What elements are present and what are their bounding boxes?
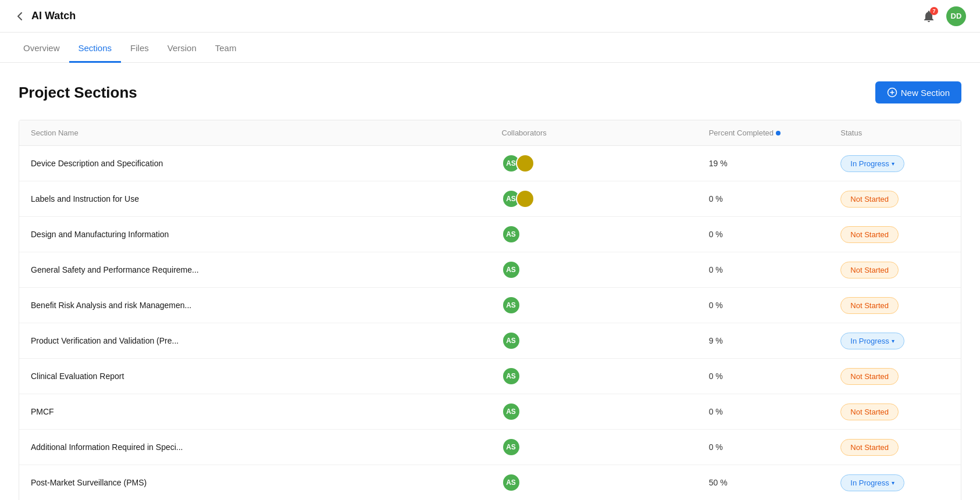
status-badge[interactable]: Not Started bbox=[840, 262, 899, 278]
col-header-collaborators: Collaborators bbox=[490, 120, 697, 146]
table-row[interactable]: Labels and Instruction for UseAS0 %Not S… bbox=[19, 181, 961, 217]
section-name: Product Verification and Validation (Pre… bbox=[31, 336, 179, 345]
percent-cell: 0 % bbox=[697, 252, 829, 288]
status-badge[interactable]: Not Started bbox=[840, 439, 899, 456]
percent-cell: 9 % bbox=[697, 323, 829, 359]
percent-cell: 0 % bbox=[697, 359, 829, 394]
chevron-down-icon: ▾ bbox=[892, 160, 895, 167]
page-header: Project Sections New Section bbox=[19, 81, 961, 103]
collaborators-cell: AS bbox=[502, 402, 686, 421]
percent-dot bbox=[776, 131, 781, 135]
collaborator-avatar bbox=[516, 190, 534, 208]
collaborators-cell: AS bbox=[502, 260, 686, 279]
col-header-status: Status bbox=[829, 120, 961, 146]
collaborator-avatar: AS bbox=[502, 331, 521, 350]
status-badge[interactable]: In Progress ▾ bbox=[840, 474, 904, 491]
table-row[interactable]: Additional Information Required in Speci… bbox=[19, 430, 961, 465]
tab-overview[interactable]: Overview bbox=[14, 33, 69, 63]
collaborators-cell: AS bbox=[502, 296, 686, 315]
section-name: Design and Manufacturing Information bbox=[31, 230, 169, 239]
status-badge[interactable]: Not Started bbox=[840, 226, 899, 243]
collaborator-avatar: AS bbox=[502, 438, 521, 456]
collaborators-cell: AS bbox=[502, 367, 686, 385]
header: AI Watch 7 DD bbox=[0, 0, 980, 33]
collaborators-cell: AS bbox=[502, 190, 686, 208]
table-row[interactable]: Product Verification and Validation (Pre… bbox=[19, 323, 961, 359]
collaborators-cell: AS bbox=[502, 225, 686, 244]
plus-circle-icon bbox=[887, 87, 897, 98]
status-badge[interactable]: Not Started bbox=[840, 191, 899, 208]
table-row[interactable]: General Safety and Performance Requireme… bbox=[19, 252, 961, 288]
section-name: PMCF bbox=[31, 407, 54, 416]
collaborators-cell: AS bbox=[502, 438, 686, 456]
percent-cell: 19 % bbox=[697, 146, 829, 181]
percent-cell: 0 % bbox=[697, 217, 829, 252]
section-name: Benefit Risk Analysis and risk Managemen… bbox=[31, 301, 191, 310]
chevron-down-icon: ▾ bbox=[892, 338, 895, 344]
table-row[interactable]: Clinical Evaluation ReportAS0 %Not Start… bbox=[19, 359, 961, 394]
avatar[interactable]: DD bbox=[946, 6, 966, 26]
tab-team[interactable]: Team bbox=[206, 33, 246, 63]
collaborators-cell: AS bbox=[502, 473, 686, 492]
table-row[interactable]: PMCFAS0 %Not Started bbox=[19, 394, 961, 430]
percent-cell: 0 % bbox=[697, 181, 829, 217]
collaborator-avatar: AS bbox=[502, 260, 521, 279]
collaborators-cell: AS bbox=[502, 331, 686, 350]
section-name: Device Description and Specification bbox=[31, 159, 163, 168]
section-name: Clinical Evaluation Report bbox=[31, 372, 124, 381]
percent-cell: 0 % bbox=[697, 394, 829, 430]
tabs-container: Overview Sections Files Version Team bbox=[0, 33, 980, 63]
status-badge[interactable]: Not Started bbox=[840, 368, 899, 385]
status-badge[interactable]: Not Started bbox=[840, 403, 899, 420]
notification-icon[interactable]: 7 bbox=[918, 6, 939, 27]
sections-table-container: Section Name Collaborators Percent Compl… bbox=[19, 120, 961, 500]
table-row[interactable]: Design and Manufacturing InformationAS0 … bbox=[19, 217, 961, 252]
main-content: Project Sections New Section Section Nam… bbox=[0, 63, 980, 500]
collaborators-cell: AS bbox=[502, 154, 686, 173]
section-name: Additional Information Required in Speci… bbox=[31, 442, 183, 452]
collaborator-avatar: AS bbox=[502, 473, 521, 492]
table-row[interactable]: Device Description and SpecificationAS19… bbox=[19, 146, 961, 181]
app-title: AI Watch bbox=[31, 10, 76, 22]
table-row[interactable]: Post-Market Surveillance (PMS)AS50 %In P… bbox=[19, 465, 961, 501]
chevron-down-icon: ▾ bbox=[892, 480, 895, 486]
percent-cell: 50 % bbox=[697, 465, 829, 501]
tab-files[interactable]: Files bbox=[121, 33, 158, 63]
tab-version[interactable]: Version bbox=[158, 33, 206, 63]
section-name: General Safety and Performance Requireme… bbox=[31, 265, 199, 274]
collaborator-avatar: AS bbox=[502, 402, 521, 421]
percent-cell: 0 % bbox=[697, 430, 829, 465]
col-header-section-name: Section Name bbox=[19, 120, 490, 146]
header-right: 7 DD bbox=[918, 6, 966, 27]
status-badge[interactable]: In Progress ▾ bbox=[840, 155, 904, 172]
notification-badge: 7 bbox=[930, 7, 938, 15]
status-badge[interactable]: In Progress ▾ bbox=[840, 333, 904, 349]
sections-table: Section Name Collaborators Percent Compl… bbox=[19, 120, 961, 500]
status-badge[interactable]: Not Started bbox=[840, 297, 899, 314]
new-section-button[interactable]: New Section bbox=[875, 81, 961, 103]
header-left: AI Watch bbox=[14, 10, 76, 22]
tab-sections[interactable]: Sections bbox=[69, 33, 122, 63]
page-title: Project Sections bbox=[19, 84, 137, 102]
section-name: Labels and Instruction for Use bbox=[31, 194, 139, 203]
section-name: Post-Market Surveillance (PMS) bbox=[31, 478, 147, 487]
collaborator-avatar bbox=[516, 154, 534, 173]
collaborator-avatar: AS bbox=[502, 367, 521, 385]
percent-cell: 0 % bbox=[697, 288, 829, 323]
col-header-percent: Percent Completed bbox=[697, 120, 829, 146]
collaborator-avatar: AS bbox=[502, 296, 521, 315]
collaborator-avatar: AS bbox=[502, 225, 521, 244]
table-row[interactable]: Benefit Risk Analysis and risk Managemen… bbox=[19, 288, 961, 323]
back-button[interactable] bbox=[14, 10, 26, 22]
